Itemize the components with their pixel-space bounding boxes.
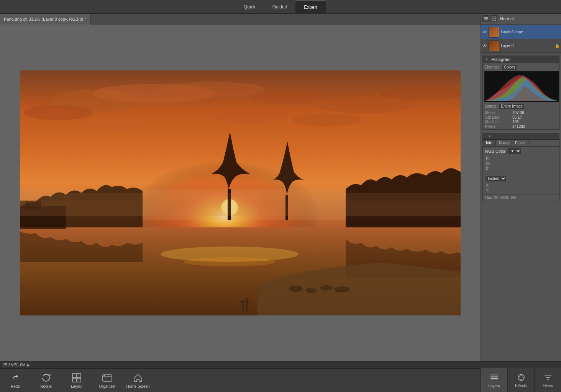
bottom-right-icons: Layers Effects Filters <box>481 368 561 392</box>
channel-label: Channel: <box>484 65 500 69</box>
canvas-image <box>20 70 461 315</box>
svg-rect-42 <box>72 378 76 382</box>
info-close-x[interactable]: ✕ <box>488 134 491 138</box>
layers-panel-icon[interactable] <box>490 15 497 22</box>
layer-visibility-icon-2[interactable]: 👁 <box>482 43 487 49</box>
r-value <box>496 156 556 160</box>
layers-options-icon[interactable] <box>482 15 489 22</box>
layer-thumbnail <box>489 27 499 38</box>
layer-name: Layer 0 copy <box>501 30 559 34</box>
main-area: 👁 Layer 0 copy 👁 Layer 0 🔒 ✕ Histogram C… <box>0 24 561 361</box>
x-label: X: <box>486 183 495 188</box>
redo-label: Redo <box>11 384 20 389</box>
status-bar: 25.8M/51.6M ▶ <box>0 362 561 369</box>
lock-icon: 🔒 <box>555 44 559 48</box>
y-value <box>496 188 556 193</box>
xy-values: X: Y: <box>483 183 559 193</box>
tab-expert[interactable]: Expert <box>295 0 326 14</box>
doc-info: Doc: 25.8M/51.6M <box>483 194 559 201</box>
tab-favorites[interactable]: Favor <box>512 140 528 146</box>
layer-name-2: Layer 0 <box>501 44 553 48</box>
info-tabs: Info Navig Favor <box>483 140 559 147</box>
rgb-color-row: RGB Color ▼ <box>483 147 559 155</box>
info-divider <box>483 173 559 173</box>
filters-button[interactable]: Filters <box>534 368 561 392</box>
mean-value: 107.09 <box>512 111 557 115</box>
svg-rect-0 <box>484 17 488 18</box>
layer-row-copy[interactable]: 👁 Layer 0 copy <box>481 25 561 39</box>
unit-dropdown[interactable]: Inches <box>485 175 507 182</box>
g-label: G: <box>486 161 495 165</box>
tab-quick[interactable]: Quick <box>235 0 264 14</box>
svg-rect-48 <box>490 376 498 377</box>
svg-rect-43 <box>77 378 81 382</box>
rgb-color-dropdown[interactable]: ▼ <box>508 148 522 154</box>
y-label: Y: <box>486 188 495 193</box>
svg-rect-40 <box>72 374 76 377</box>
organizer-tool[interactable]: Organizer <box>92 369 123 392</box>
canvas-area[interactable] <box>0 24 481 361</box>
doc-tab-bar: Pano.dng @ 33.2% (Layer 0 copy, RGB/8) * <box>0 14 481 24</box>
doc-value: 25.8M/51.6M <box>494 196 516 200</box>
b-value <box>496 166 556 170</box>
stddev-label: Std Dev: <box>485 115 512 119</box>
histogram-stats: Mean: 107.09 Std Dev: 56.17 Median: 105 … <box>483 110 559 129</box>
layers-button-label: Layers <box>488 384 500 388</box>
effects-button-label: Effects <box>515 384 527 388</box>
layer-row-orig[interactable]: 👁 Layer 0 🔒 <box>481 39 561 53</box>
layer-visibility-icon[interactable]: 👁 <box>482 29 487 35</box>
rotate-label: Rotate <box>40 384 51 389</box>
svg-rect-41 <box>77 374 81 377</box>
right-panels: 👁 Layer 0 copy 👁 Layer 0 🔒 ✕ Histogram C… <box>481 24 561 361</box>
filters-button-label: Filters <box>543 384 553 388</box>
source-value[interactable]: Entire Image <box>499 103 525 109</box>
channel-value[interactable]: Colors <box>502 64 517 70</box>
pixels-value: 141282 <box>512 124 557 129</box>
tab-guided[interactable]: Guided <box>264 0 296 14</box>
rgb-color-label: RGB Color <box>485 149 505 154</box>
rgb-values: R: G: B: <box>483 155 559 171</box>
info-panel: ✕ Info Navig Favor RGB Color ▼ R: G: B: <box>482 133 559 201</box>
doc-tab-title: Pano.dng @ 33.2% (Layer 0 copy, RGB/8) * <box>4 17 86 21</box>
histogram-title-bar: ✕ Histogram <box>483 56 559 63</box>
mean-label: Mean: <box>485 111 512 115</box>
layers-button[interactable]: Layers <box>481 368 507 392</box>
source-row: Source: Entire Image <box>483 103 559 110</box>
organizer-label: Organizer <box>99 384 116 389</box>
source-label: Source: <box>484 104 497 108</box>
stddev-value: 56.17 <box>512 115 557 119</box>
tab-info[interactable]: Info <box>483 140 496 146</box>
svg-rect-2 <box>484 20 488 20</box>
bottom-bar: 25.8M/51.6M ▶ Redo Rotate Layout <box>0 361 561 392</box>
layout-label: Layout <box>71 384 82 389</box>
r-label: R: <box>486 156 495 160</box>
b-label: B: <box>486 166 495 170</box>
status-arrow[interactable]: ▶ <box>27 363 30 367</box>
svg-rect-49 <box>490 374 498 376</box>
home-screen-tool[interactable]: Home Screen <box>123 369 153 392</box>
histogram-title: Histogram <box>491 57 510 62</box>
top-bar: Quick Guided Expert <box>0 0 561 14</box>
g-value <box>496 161 556 165</box>
histogram-header: Channel: Colors <box>483 63 559 71</box>
svg-rect-37 <box>20 70 461 315</box>
svg-rect-3 <box>492 17 496 21</box>
info-title-bar: ✕ <box>483 133 559 140</box>
doc-label: Doc: <box>485 196 493 200</box>
effects-button[interactable]: Effects <box>507 368 534 392</box>
status-text: 25.8M/51.6M <box>3 363 25 367</box>
svg-rect-47 <box>490 378 498 379</box>
layout-tool[interactable]: Layout <box>61 369 92 392</box>
median-value: 105 <box>512 120 557 124</box>
pixels-label: Pixels: <box>485 124 512 129</box>
redo-tool[interactable]: Redo <box>0 369 31 392</box>
histogram-chart <box>484 71 559 102</box>
histogram-panel: ✕ Histogram Channel: Colors <box>482 56 559 130</box>
svg-point-46 <box>104 375 105 376</box>
doc-tab[interactable]: Pano.dng @ 33.2% (Layer 0 copy, RGB/8) * <box>0 14 90 24</box>
histogram-close-x[interactable]: ✕ <box>485 57 488 61</box>
rotate-tool[interactable]: Rotate <box>31 369 61 392</box>
tab-navigator[interactable]: Navig <box>496 140 512 146</box>
svg-rect-1 <box>484 18 488 19</box>
blend-mode-label: Normal <box>500 16 513 21</box>
